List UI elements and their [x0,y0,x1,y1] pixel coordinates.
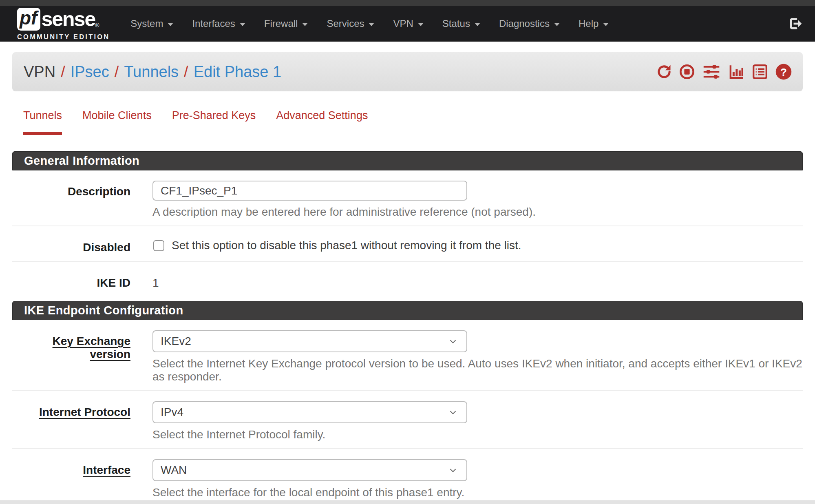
menu-interfaces[interactable]: Interfaces [183,6,254,42]
stop-button[interactable] [679,64,695,80]
general-information-body: Description A description may be entered… [12,170,803,301]
breadcrumb-link-ipsec[interactable]: IPsec [71,63,109,81]
panel-title: General Information [24,154,139,168]
description-help: A description may be entered here for ad… [152,206,803,219]
registered-mark: ® [95,22,99,29]
tab-mobile-clients[interactable]: Mobile Clients [72,109,162,135]
disabled-checkbox-row: Set this option to disable this phase1 w… [152,239,803,252]
menu-status-label: Status [442,18,470,29]
general-information-header: General Information [12,151,803,170]
stop-circle-icon [679,64,695,80]
internet-protocol-label-col: Internet Protocol [12,401,130,441]
internet-protocol-selected-value: IPv4 [161,406,183,419]
sign-out-button[interactable] [786,15,803,32]
menu-system[interactable]: System [121,6,183,42]
menu-vpn-label: VPN [393,18,413,29]
ike-id-label-col: IKE ID [12,272,130,290]
general-information-panel: General Information Description A descri… [12,151,803,301]
breadcrumb-link-tunnels[interactable]: Tunnels [124,63,179,81]
pf-logo-mark: pf [17,8,40,31]
refresh-button[interactable] [656,64,672,80]
navbar: pf sense ® COMMUNITY EDITION System Inte… [0,6,815,42]
chevron-down-icon [475,23,480,26]
menu-help[interactable]: Help [569,6,618,42]
disabled-field-col: Set this option to disable this phase1 w… [152,237,803,254]
chevron-down-icon [554,23,560,26]
menu-diagnostics[interactable]: Diagnostics [490,6,569,42]
bar-chart-icon [728,64,745,80]
tab-mobile-clients-label: Mobile Clients [82,109,152,132]
chevron-down-icon [168,23,173,26]
question-circle-icon: ? [775,63,792,80]
menu-status[interactable]: Status [433,6,490,42]
disabled-row: Disabled Set this option to disable this… [12,226,803,262]
log-button[interactable] [752,64,768,80]
navbar-top-strip [0,0,815,6]
help-button[interactable]: ? [775,63,792,80]
chevron-down-icon [448,465,458,475]
menu-vpn[interactable]: VPN [384,6,433,42]
log-list-icon [752,64,768,80]
disabled-checkbox[interactable] [153,240,164,251]
internet-protocol-help: Select the Internet Protocol family. [152,428,803,441]
interface-field-col: WAN Select the interface for the local e… [152,459,803,499]
interface-help: Select the interface for the local endpo… [152,486,803,499]
subnav-tabs: Tunnels Mobile Clients Pre-Shared Keys A… [13,109,815,135]
tab-advanced-settings[interactable]: Advanced Settings [266,109,378,135]
ike-id-row: IKE ID 1 [12,262,803,301]
sliders-icon [702,63,721,80]
menu-help-label: Help [579,18,599,29]
disabled-label-col: Disabled [12,237,130,254]
svg-text:?: ? [780,66,787,78]
key-exchange-version-select[interactable]: IKEv2 [152,330,467,352]
refresh-icon [656,64,672,80]
pfsense-logo-row: pf sense ® [17,7,110,31]
menu-interfaces-label: Interfaces [192,18,235,29]
description-label: Description [68,185,130,198]
breadcrumb-current-edit-phase-1[interactable]: Edit Phase 1 [194,63,281,81]
key-exchange-version-label-col: Key Exchange version [12,330,130,383]
tab-tunnels-label: Tunnels [23,109,62,135]
chevron-down-icon [448,407,458,418]
community-edition-label: COMMUNITY EDITION [17,33,110,41]
chevron-down-icon [369,23,374,26]
pfsense-logo[interactable]: pf sense ® COMMUNITY EDITION [17,7,110,41]
disabled-checkbox-text: Set this option to disable this phase1 w… [172,239,521,252]
ike-id-field-col: 1 [152,272,803,290]
key-exchange-version-selected-value: IKEv2 [161,335,191,348]
description-field-col: A description may be entered here for ad… [152,181,803,219]
ike-id-label: IKE ID [97,276,130,290]
menu-services[interactable]: Services [317,6,384,42]
menu-services-label: Services [327,18,364,29]
chevron-down-icon [603,23,609,26]
interface-label-col: Interface [12,459,130,499]
sense-logo-text: sense [41,7,95,31]
menu-system-label: System [130,18,163,29]
disabled-label: Disabled [83,241,130,254]
related-settings-button[interactable] [702,63,721,80]
menu-firewall[interactable]: Firewall [255,6,318,42]
menu-firewall-label: Firewall [264,18,298,29]
tab-pre-shared-keys[interactable]: Pre-Shared Keys [162,109,266,135]
interface-selected-value: WAN [161,464,187,477]
description-label-col: Description [12,181,130,219]
sign-out-icon [786,15,803,32]
key-exchange-version-label: Key Exchange version [12,335,130,361]
key-exchange-version-row: Key Exchange version IKEv2 Select the In… [12,320,803,391]
chevron-down-icon [448,336,458,347]
tab-advanced-settings-label: Advanced Settings [276,109,368,132]
interface-label: Interface [83,464,130,477]
status-graph-button[interactable] [728,64,745,80]
tab-tunnels[interactable]: Tunnels [13,109,72,135]
ike-endpoint-configuration-body: Key Exchange version IKEv2 Select the In… [12,320,803,504]
breadcrumb-root: VPN [24,63,55,81]
ike-id-value: 1 [152,276,803,290]
navbar-menu: System Interfaces Firewall Services VPN … [121,6,618,42]
panel-title: IKE Endpoint Configuration [24,304,183,317]
internet-protocol-select[interactable]: IPv4 [152,401,467,423]
chevron-down-icon [418,23,424,26]
tab-pre-shared-keys-label: Pre-Shared Keys [172,109,256,132]
interface-row: Interface WAN Select the interface for t… [12,449,803,504]
description-input[interactable] [152,181,467,201]
interface-select[interactable]: WAN [152,459,467,481]
